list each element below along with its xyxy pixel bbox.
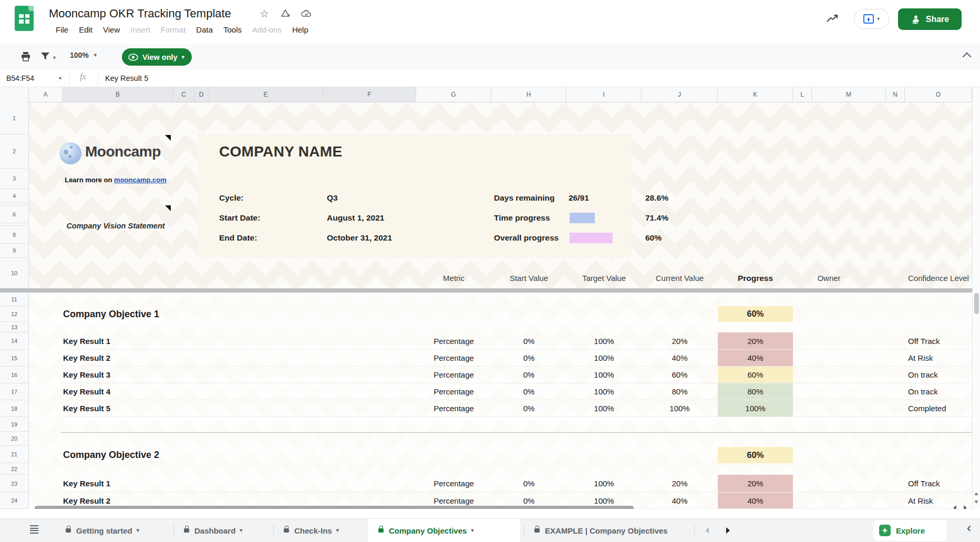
key-result-row[interactable]: Key Result 1 Percentage 0% 100% 20% 20% …	[60, 332, 972, 350]
row-header-18[interactable]: 18	[0, 400, 28, 417]
overall-progress-pct[interactable]: 60%	[645, 231, 662, 245]
star-icon[interactable]: ☆	[259, 8, 270, 19]
kr-current[interactable]: 20%	[642, 475, 718, 492]
kr-target[interactable]: 100%	[566, 400, 642, 416]
name-box[interactable]: B54:F54	[6, 69, 34, 87]
menu-tools[interactable]: Tools	[218, 25, 247, 34]
objective-name[interactable]: Company Objective 2	[63, 447, 326, 463]
tab-getting-started[interactable]: Getting started ▾	[55, 519, 173, 542]
kr-target[interactable]: 100%	[566, 367, 642, 383]
explore-button[interactable]: Explore	[873, 520, 947, 541]
collapse-toolbar-icon[interactable]	[963, 53, 972, 61]
kr-name[interactable]: Key Result 1	[63, 332, 284, 349]
row-header-13[interactable]: 13	[0, 322, 28, 332]
column-header-M[interactable]: M	[812, 87, 886, 102]
horizontal-scroll-thumb[interactable]	[35, 506, 634, 509]
kr-metric[interactable]: Percentage	[416, 475, 491, 492]
collapse-panel-icon[interactable]: ‹	[967, 520, 971, 535]
column-header-E[interactable]: E	[209, 87, 323, 102]
column-header-O[interactable]: O	[905, 87, 972, 102]
kr-status[interactable]: On track	[908, 367, 974, 383]
company-name[interactable]: COMPANY NAME	[219, 143, 342, 160]
menu-edit[interactable]: Edit	[74, 25, 98, 34]
kr-status[interactable]: On track	[908, 383, 974, 400]
objective-progress-cell[interactable]: 60%	[718, 447, 793, 463]
row-header-21[interactable]: 21	[0, 446, 28, 463]
kr-name[interactable]: Key Result 3	[63, 367, 284, 383]
row-header-11[interactable]: 11	[0, 293, 28, 306]
kr-name[interactable]: Key Result 5	[63, 400, 284, 416]
kr-progress-cell[interactable]: 20%	[718, 475, 793, 492]
tab-check-ins[interactable]: Check-Ins ▾	[273, 519, 368, 542]
row-header-24[interactable]: 24	[0, 493, 28, 509]
objective-progress-cell[interactable]: 60%	[718, 306, 793, 322]
key-result-row[interactable]: Key Result 3 Percentage 0% 100% 60% 60% …	[60, 367, 972, 383]
tab-company-objectives[interactable]: Company Objectives ▾	[368, 519, 520, 542]
column-header-H[interactable]: H	[491, 87, 566, 102]
cycle-value[interactable]: Q3	[327, 191, 338, 205]
row-header-8[interactable]: 8	[0, 226, 28, 244]
formula-input[interactable]: Key Result 5	[105, 69, 148, 87]
objective-row[interactable]: Company Objective 1 60%	[60, 306, 972, 322]
days-remaining-value[interactable]: 26/91	[569, 191, 589, 205]
kr-status[interactable]: Off Track	[908, 332, 974, 349]
row-header-12[interactable]: 12	[0, 306, 28, 322]
row-header-6[interactable]: 6	[0, 206, 28, 223]
kr-progress-cell[interactable]: 100%	[718, 400, 793, 416]
tab-example-company-objectives[interactable]: EXAMPLE | Company Objectives	[524, 519, 694, 542]
mooncamp-link[interactable]: mooncamp.com	[114, 176, 167, 184]
kr-current[interactable]: 20%	[642, 332, 718, 349]
kr-status[interactable]: Completed	[908, 400, 974, 416]
tab-caret-icon[interactable]: ▾	[336, 528, 339, 533]
column-header-J[interactable]: J	[642, 87, 718, 102]
company-vision[interactable]: Company Vision Statement	[63, 221, 168, 232]
view-only-button[interactable]: View only ▾	[122, 48, 192, 66]
kr-current[interactable]: 40%	[642, 350, 718, 366]
column-header-I[interactable]: I	[566, 87, 642, 102]
row-header-17[interactable]: 17	[0, 383, 28, 400]
row-header-2[interactable]: 2	[0, 134, 28, 169]
kr-progress-cell[interactable]: 20%	[718, 332, 793, 349]
kr-current[interactable]: 100%	[642, 400, 718, 416]
time-progress-pct[interactable]: 71.4%	[645, 211, 668, 225]
document-title[interactable]: Mooncamp OKR Tracking Template	[49, 7, 231, 20]
present-dropdown-button[interactable]: ▾	[854, 9, 889, 29]
kr-target[interactable]: 100%	[566, 383, 642, 400]
kr-metric[interactable]: Percentage	[416, 332, 491, 349]
kr-status[interactable]: At Risk	[908, 350, 974, 366]
shortcut-shield-icon[interactable]	[280, 8, 291, 19]
kr-status[interactable]: Off Track	[908, 475, 974, 492]
share-button[interactable]: Share	[898, 8, 962, 30]
kr-start[interactable]: 0%	[491, 400, 566, 416]
row-header-20[interactable]: 20	[0, 432, 28, 446]
kr-progress-cell[interactable]: 40%	[718, 350, 793, 366]
row-header-10[interactable]: 10	[0, 258, 28, 288]
kr-name[interactable]: Key Result 2	[63, 350, 284, 366]
trending-icon[interactable]	[826, 14, 839, 26]
kr-start[interactable]: 0%	[491, 475, 566, 492]
zoom-caret-icon[interactable]: ▾	[94, 53, 97, 58]
kr-current[interactable]: 40%	[642, 493, 718, 508]
column-header-L[interactable]: L	[793, 87, 812, 102]
kr-name[interactable]: Key Result 1	[63, 475, 284, 492]
name-box-caret-icon[interactable]: ▾	[59, 76, 61, 81]
frozen-rows-divider[interactable]	[0, 288, 972, 293]
kr-start[interactable]: 0%	[491, 332, 566, 349]
kr-metric[interactable]: Percentage	[416, 383, 491, 400]
cloud-saved-icon[interactable]	[301, 8, 312, 19]
kr-progress-cell[interactable]: 80%	[718, 383, 793, 400]
print-icon[interactable]	[20, 51, 32, 65]
menu-view[interactable]: View	[98, 25, 125, 34]
column-header-F[interactable]: F	[323, 87, 416, 102]
key-result-row[interactable]: Key Result 1 Percentage 0% 100% 20% 20% …	[60, 475, 972, 493]
row-header-14[interactable]: 14	[0, 332, 28, 350]
row-header-23[interactable]: 23	[0, 475, 28, 493]
kr-target[interactable]: 100%	[566, 475, 642, 492]
objective-name[interactable]: Company Objective 1	[63, 306, 326, 322]
column-header-N[interactable]: N	[886, 87, 905, 102]
vertical-scrollbar[interactable]	[972, 102, 980, 509]
kr-progress-cell[interactable]: 60%	[718, 367, 793, 383]
all-sheets-icon[interactable]	[30, 525, 38, 535]
kr-metric[interactable]: Percentage	[416, 367, 491, 383]
tab-caret-icon[interactable]: ▾	[471, 528, 473, 533]
